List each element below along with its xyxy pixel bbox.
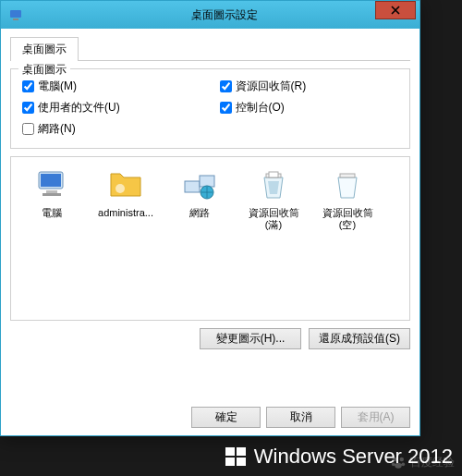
cancel-button[interactable]: 取消	[266, 407, 335, 428]
checkbox-computer-input[interactable]	[22, 80, 34, 92]
checkbox-control-input[interactable]	[220, 102, 232, 114]
icon-item-computer[interactable]: 電腦	[18, 166, 85, 231]
checkbox-network-input[interactable]	[22, 123, 34, 135]
checkbox-recycle[interactable]: 資源回收筒(R)	[220, 79, 399, 94]
app-icon	[8, 7, 23, 22]
icon-item-userfolder[interactable]: administra...	[92, 166, 159, 231]
icon-label: administra...	[92, 207, 159, 231]
tab-strip: 桌面圖示	[10, 36, 410, 61]
ok-button[interactable]: 確定	[191, 407, 261, 428]
icon-item-recycle-full[interactable]: 資源回收筒 (滿)	[240, 166, 307, 231]
icon-label: 資源回收筒 (滿)	[240, 207, 307, 231]
svg-rect-3	[41, 174, 61, 187]
checkbox-network-label: 網路(N)	[38, 121, 76, 137]
icon-item-recycle-empty[interactable]: 資源回收筒 (空)	[314, 166, 381, 231]
svg-rect-16	[237, 458, 246, 466]
branding-text: Windows Server 2012	[254, 445, 453, 469]
checkbox-control[interactable]: 控制台(O)	[220, 100, 399, 116]
window-content: 桌面圖示 桌面圖示 電腦(M) 資源回收筒(R) 使用者的文件(U)	[1, 29, 419, 435]
svg-rect-11	[269, 172, 278, 177]
tab-desktop-icons[interactable]: 桌面圖示	[10, 37, 79, 61]
svg-rect-8	[200, 176, 214, 187]
icon-label: 電腦	[18, 207, 85, 231]
checkbox-recycle-input[interactable]	[220, 80, 232, 92]
titlebar[interactable]: 桌面圖示設定	[1, 1, 419, 29]
svg-rect-4	[46, 190, 57, 193]
change-icon-button[interactable]: 變更圖示(H)...	[200, 328, 301, 349]
close-button[interactable]	[375, 1, 416, 19]
svg-rect-13	[225, 447, 235, 456]
checkbox-userfiles-input[interactable]	[22, 102, 34, 114]
svg-rect-0	[10, 10, 21, 18]
desktop-icons-group: 桌面圖示 電腦(M) 資源回收筒(R) 使用者的文件(U)	[10, 68, 410, 149]
userfolder-icon	[107, 166, 144, 203]
icon-label: 網路	[166, 207, 233, 231]
svg-point-6	[116, 184, 125, 193]
icon-label: 資源回收筒 (空)	[314, 207, 381, 231]
svg-rect-7	[185, 181, 200, 192]
apply-button[interactable]: 套用(A)	[341, 407, 410, 428]
icon-preview-area: 電腦 administra... 網路	[10, 156, 410, 321]
checkbox-userfiles-label: 使用者的文件(U)	[38, 100, 120, 116]
svg-rect-15	[225, 458, 235, 466]
checkbox-computer[interactable]: 電腦(M)	[22, 79, 201, 94]
group-title: 桌面圖示	[18, 62, 70, 78]
svg-rect-5	[43, 193, 61, 196]
checkbox-recycle-label: 資源回收筒(R)	[236, 79, 307, 94]
checkbox-network[interactable]: 網路(N)	[22, 121, 201, 137]
checkbox-userfiles[interactable]: 使用者的文件(U)	[22, 100, 201, 116]
recycle-empty-icon	[329, 166, 366, 203]
desktop-icon-settings-window: 桌面圖示設定 桌面圖示 桌面圖示 電腦(M) 資源回收筒(R)	[0, 0, 420, 436]
svg-rect-14	[237, 447, 246, 456]
window-title: 桌面圖示設定	[29, 7, 419, 23]
os-branding: Windows Server 2012	[225, 445, 453, 469]
restore-default-button[interactable]: 還原成預設值(S)	[309, 328, 410, 349]
desktop-background: 桌面圖示設定 桌面圖示 桌面圖示 電腦(M) 資源回收筒(R)	[0, 0, 462, 476]
computer-icon	[33, 166, 70, 203]
recycle-full-icon	[255, 166, 292, 203]
svg-rect-12	[340, 174, 355, 177]
svg-rect-1	[13, 18, 18, 20]
network-icon	[181, 166, 218, 203]
dialog-button-row: 確定 取消 套用(A)	[10, 394, 410, 428]
icon-item-network[interactable]: 網路	[166, 166, 233, 231]
icon-grid: 電腦 administra... 網路	[18, 166, 402, 231]
windows-logo-icon	[225, 445, 247, 468]
checkbox-computer-label: 電腦(M)	[38, 79, 77, 94]
checkbox-control-label: 控制台(O)	[236, 100, 285, 116]
icon-action-row: 變更圖示(H)... 還原成預設值(S)	[10, 328, 410, 349]
